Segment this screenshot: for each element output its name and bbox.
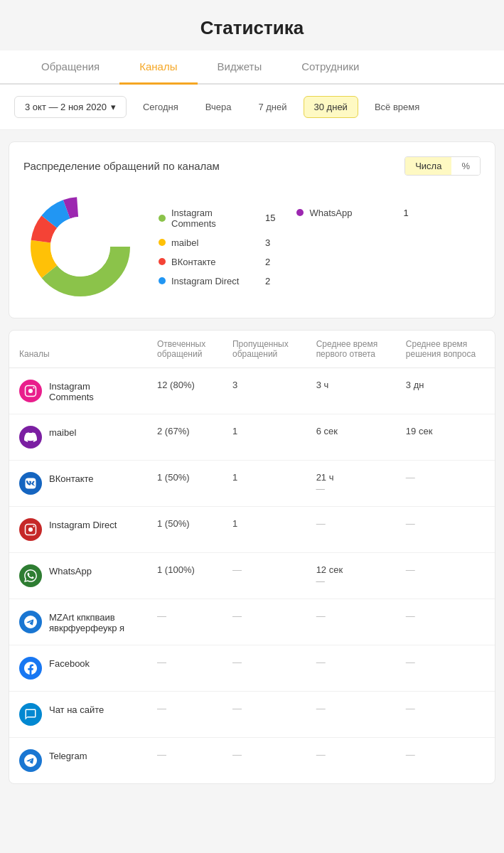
period-30days-button[interactable]: 30 дней: [304, 96, 358, 118]
resolution-cell-2: —: [396, 461, 495, 507]
table-row: InstagramComments 12 (80%)33 ч3 дн: [9, 368, 495, 414]
legend-value-3: 2: [265, 276, 270, 286]
svg-point-10: [28, 527, 33, 532]
period-7days-button[interactable]: 7 дней: [247, 96, 297, 118]
svg-point-7: [28, 389, 33, 393]
resolution-cell-1: 19 сек: [396, 414, 495, 461]
resolution-cell-4: —: [396, 553, 495, 599]
legend-dot-0: [159, 215, 166, 222]
legend-value-0: 15: [265, 213, 275, 223]
resolution-cell-8: —: [396, 738, 495, 784]
answered-cell-3: 1 (50%): [147, 507, 222, 553]
filter-bar: 3 окт — 2 ноя 2020 ▾ Сегодня Вчера 7 дне…: [0, 85, 504, 130]
channel-cell-1: maibel: [9, 414, 147, 461]
legend-label-0: InstagramComments: [171, 208, 257, 229]
legend-dot-4: [296, 209, 304, 216]
answered-cell-2: 1 (50%): [147, 461, 222, 507]
legend-col-right: WhatsApp 1: [296, 208, 408, 286]
channels-table: Каналы Отвеченныхобращений Пропущенныхоб…: [9, 331, 495, 783]
answered-cell-4: 1 (100%): [147, 553, 222, 599]
legend-item-3: Instagram Direct 2: [159, 276, 275, 286]
resolution-cell-3: —: [396, 507, 495, 553]
svg-point-8: [33, 387, 34, 388]
answered-cell-5: —: [147, 599, 222, 645]
svg-point-5: [50, 217, 110, 277]
channel-cell-4: WhatsApp: [9, 553, 147, 599]
first-response-cell-3: —: [306, 507, 396, 553]
legend-item-0: InstagramComments 15: [159, 208, 275, 229]
answered-cell-0: 12 (80%): [147, 368, 222, 414]
tab-employees[interactable]: Сотрудники: [282, 50, 379, 85]
table-header-row: Каналы Отвеченныхобращений Пропущенныхоб…: [9, 331, 495, 368]
period-today-button[interactable]: Сегодня: [132, 96, 189, 118]
chevron-down-icon: ▾: [111, 102, 116, 112]
missed-cell-3: 1: [222, 507, 306, 553]
legend-dot-3: [159, 277, 166, 284]
col-header-answered: Отвеченныхобращений: [147, 331, 222, 368]
channel-cell-3: Instagram Direct: [9, 507, 147, 553]
page-container: Статистика Обращения Каналы Виджеты Сотр…: [0, 0, 504, 817]
missed-cell-8: —: [222, 738, 306, 784]
tab-widgets[interactable]: Виджеты: [198, 50, 282, 85]
resolution-cell-5: —: [396, 599, 495, 645]
answered-cell-1: 2 (67%): [147, 414, 222, 461]
first-response-cell-8: —: [306, 738, 396, 784]
legend-item-1: maibel 3: [159, 237, 275, 248]
toggle-numbers-button[interactable]: Числа: [405, 157, 451, 175]
col-header-first-response: Среднее времяпервого ответа: [306, 331, 396, 368]
missed-cell-7: —: [222, 692, 306, 738]
period-yesterday-button[interactable]: Вчера: [195, 96, 242, 118]
missed-cell-1: 1: [222, 414, 306, 461]
channel-cell-6: Facebook: [9, 645, 147, 692]
date-range-button[interactable]: 3 окт — 2 ноя 2020 ▾: [14, 96, 127, 118]
missed-cell-2: 1: [222, 461, 306, 507]
resolution-cell-6: —: [396, 645, 495, 692]
resolution-cell-0: 3 дн: [396, 368, 495, 414]
missed-cell-6: —: [222, 645, 306, 692]
donut-chart: [23, 190, 137, 304]
legend-value-2: 2: [265, 257, 270, 267]
answered-cell-7: —: [147, 692, 222, 738]
channels-table-card: Каналы Отвеченныхобращений Пропущенныхоб…: [9, 330, 495, 784]
legend-label-4: WhatsApp: [309, 208, 395, 218]
legend-value-4: 1: [403, 208, 408, 218]
missed-cell-5: —: [222, 599, 306, 645]
channel-cell-2: ВКонтакте: [9, 461, 147, 507]
missed-cell-0: 3: [222, 368, 306, 414]
table-row: MZArt кпкпваивявкрфуерфеукр я ————: [9, 599, 495, 645]
legend-dot-2: [159, 258, 166, 265]
table-row: Instagram Direct 1 (50%)1——: [9, 507, 495, 553]
legend-value-1: 3: [265, 237, 270, 248]
table-row: Telegram ————: [9, 738, 495, 784]
page-title: Статистика: [0, 0, 504, 50]
channel-cell-8: Telegram: [9, 738, 147, 784]
col-header-missed: Пропущенныхобращений: [222, 331, 306, 368]
tab-channels[interactable]: Каналы: [119, 50, 197, 85]
tabs-container: Обращения Каналы Виджеты Сотрудники: [0, 50, 504, 85]
missed-cell-4: —: [222, 553, 306, 599]
legend-dot-1: [159, 239, 166, 246]
distribution-card: Распределение обращений по каналам Числа…: [9, 141, 495, 318]
section-header: Распределение обращений по каналам Числа…: [23, 156, 481, 176]
tab-requests[interactable]: Обращения: [21, 50, 119, 85]
legend-item-2: ВКонтакте 2: [159, 257, 275, 267]
first-response-cell-1: 6 сек: [306, 414, 396, 461]
first-response-cell-0: 3 ч: [306, 368, 396, 414]
chart-area: InstagramComments 15 maibel 3 ВКонтакте …: [23, 190, 481, 304]
col-header-channels: Каналы: [9, 331, 147, 368]
col-header-resolution: Среднее времярешения вопроса: [396, 331, 495, 368]
answered-cell-8: —: [147, 738, 222, 784]
channel-cell-7: Чат на сайте: [9, 692, 147, 738]
legend-col-left: InstagramComments 15 maibel 3 ВКонтакте …: [159, 208, 275, 286]
table-row: Чат на сайте ————: [9, 692, 495, 738]
toggle-percent-button[interactable]: %: [451, 157, 480, 175]
period-all-button[interactable]: Всё время: [364, 96, 430, 118]
svg-point-11: [33, 525, 34, 527]
table-row: ВКонтакте 1 (50%)121 ч——: [9, 461, 495, 507]
table-row: Facebook ————: [9, 645, 495, 692]
channel-cell-0: InstagramComments: [9, 368, 147, 414]
legend-columns: InstagramComments 15 maibel 3 ВКонтакте …: [159, 208, 481, 286]
first-response-cell-6: —: [306, 645, 396, 692]
first-response-cell-4: 12 сек—: [306, 553, 396, 599]
legend-area: InstagramComments 15 maibel 3 ВКонтакте …: [159, 208, 481, 286]
